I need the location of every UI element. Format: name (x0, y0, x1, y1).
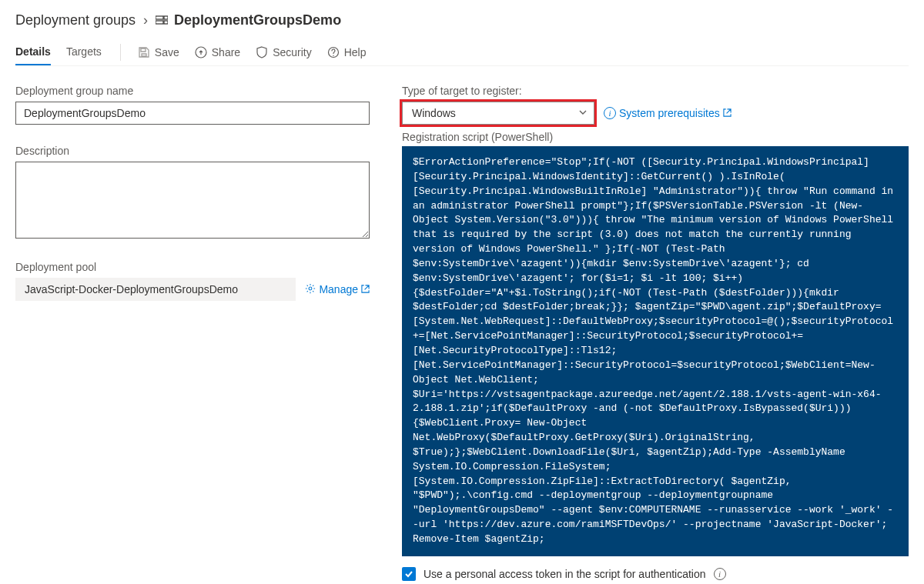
pat-label: Use a personal access token in the scrip… (424, 568, 706, 580)
pool-value: JavaScript-Docker-DeploymentGroupsDemo (15, 278, 296, 301)
svg-rect-2 (164, 16, 168, 19)
prereq-link[interactable]: i System prerequisites (604, 107, 732, 119)
pat-checkbox[interactable] (402, 567, 416, 581)
save-button[interactable]: Save (130, 40, 187, 65)
shield-icon (256, 46, 268, 58)
breadcrumb-parent[interactable]: Deployment groups (15, 12, 136, 28)
pool-label: Deployment pool (15, 261, 370, 273)
info-icon: i (604, 107, 616, 119)
breadcrumb-current: DeploymentGroupsDemo (156, 12, 341, 28)
target-type-select[interactable]: Windows (402, 102, 594, 125)
share-label: Share (212, 46, 240, 58)
name-label: Deployment group name (15, 85, 370, 97)
manage-label: Manage (319, 283, 358, 295)
open-external-icon (723, 107, 732, 119)
breadcrumb-current-label: DeploymentGroupsDemo (174, 12, 341, 28)
breadcrumb-separator: › (143, 12, 148, 28)
tab-details[interactable]: Details (15, 39, 51, 65)
chevron-down-icon (578, 107, 588, 119)
info-icon[interactable]: i (714, 568, 726, 580)
manage-link[interactable]: Manage (305, 283, 370, 296)
description-textarea[interactable] (15, 162, 370, 239)
svg-rect-3 (164, 21, 168, 24)
breadcrumb: Deployment groups › DeploymentGroupsDemo (15, 12, 909, 28)
security-button[interactable]: Security (248, 40, 320, 65)
description-label: Description (15, 145, 370, 157)
toolbar: Details Targets Save Share Security Help (15, 39, 909, 66)
save-icon (138, 46, 150, 58)
help-label: Help (344, 46, 367, 58)
open-external-icon (361, 283, 370, 295)
script-label: Registration script (PowerShell) (402, 131, 909, 143)
svg-rect-0 (156, 16, 163, 19)
svg-rect-1 (156, 21, 163, 24)
type-label: Type of target to register: (402, 85, 909, 97)
gear-icon (305, 283, 316, 296)
help-button[interactable]: Help (320, 40, 374, 65)
tab-targets[interactable]: Targets (66, 39, 102, 65)
prereq-label: System prerequisites (619, 107, 720, 119)
help-icon (327, 46, 340, 58)
share-icon (195, 46, 207, 58)
toolbar-divider (120, 44, 121, 61)
save-label: Save (155, 46, 179, 58)
target-type-value: Windows (412, 107, 456, 119)
name-input[interactable] (15, 102, 370, 125)
share-button[interactable]: Share (187, 40, 248, 65)
script-content[interactable]: $ErrorActionPreference="Stop";If(-NOT ([… (402, 146, 909, 556)
svg-point-5 (309, 287, 312, 290)
security-label: Security (273, 46, 312, 58)
server-group-icon (156, 15, 168, 27)
